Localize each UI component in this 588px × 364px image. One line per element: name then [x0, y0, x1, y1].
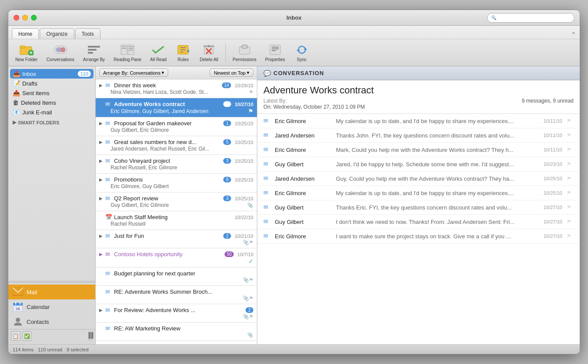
message-sender: Guy Gilbert	[275, 204, 332, 211]
email-item[interactable]: ✉ Budget planning for next quarter 📎 ⚑	[96, 268, 257, 286]
email-subject: For Review: Adventure Works ...	[114, 307, 244, 313]
sidebar-bottom: Mail 16 Calendar	[8, 282, 95, 344]
message-preview: Guy, Could you help me with the Adventur…	[336, 175, 527, 182]
email-item[interactable]: ▶ ✉ Just for Fun 2 10/21/10 📎 ⚑	[96, 230, 257, 248]
sidebar-item-drafts[interactable]: 📝 Drafts	[8, 79, 95, 88]
resize-handle[interactable]: |||	[88, 331, 93, 341]
email-date: 10/25/10	[235, 158, 253, 164]
all-read-button[interactable]: All Read	[146, 42, 170, 63]
email-subject: Adventure Works contract	[114, 101, 221, 107]
sidebar-item-deleted[interactable]: 🗑 Deleted Items	[8, 98, 95, 107]
properties-button[interactable]: Properties	[262, 42, 289, 63]
conversations-button[interactable]: Conversations	[43, 42, 78, 63]
svg-rect-30	[272, 50, 276, 51]
notes-icon[interactable]: 📋	[11, 331, 21, 341]
message-preview: Jared, I'd be happy to help. Schedule so…	[336, 161, 527, 168]
email-from: Guy Gilbert, Eric Gilmore	[111, 127, 253, 133]
sidebar-item-inbox[interactable]: 📥 Inbox 110	[10, 69, 93, 79]
svg-rect-27	[270, 45, 280, 55]
message-preview: Thanks Eric. FYI, the key questions conc…	[336, 204, 527, 211]
rules-button[interactable]: Rules	[172, 42, 194, 63]
sync-button[interactable]: Sync	[291, 42, 313, 63]
delete-all-button[interactable]: Delete All	[196, 42, 221, 63]
email-item[interactable]: ▶ ✉ Promotions 8 10/25/10 Eric Gilmore, …	[96, 174, 257, 192]
email-item[interactable]: ▶ ✉ Dinner this week 14 10/29/10 Nina Vi…	[96, 79, 257, 98]
svg-rect-29	[272, 48, 279, 49]
avatar-icon: ✉	[263, 161, 270, 168]
all-read-icon	[150, 43, 166, 56]
arrange-by-button[interactable]: Arrange By	[80, 42, 108, 63]
email-icon: ✉	[105, 195, 112, 202]
email-date: 10/25/10	[235, 196, 253, 201]
email-icon: ✉	[105, 139, 112, 145]
email-icon: ✉	[105, 270, 112, 277]
sidebar-item-junk[interactable]: 📧 Junk E-mail	[8, 107, 95, 117]
nav-item-calendar[interactable]: 16 Calendar	[8, 299, 95, 314]
email-icon: ✉	[105, 307, 112, 313]
email-item[interactable]: ✉ RE: AW Marketing Review 📎	[96, 323, 257, 341]
sort-dropdown-icon: ▾	[247, 70, 249, 76]
expand-icon: ▶	[99, 158, 104, 163]
message-row[interactable]: ✉ Jared Andersen Guy, Could you help me …	[257, 172, 580, 186]
attach-icon: 📎	[243, 277, 249, 283]
email-item[interactable]: ✉ RE: Adventure Works Summer Broch... 📎 …	[96, 286, 257, 304]
expand-icon: ▶	[99, 308, 104, 312]
flag-icon: ⚑	[567, 161, 574, 167]
email-item[interactable]: ▶ ✉ Q2 Report review 3 10/25/10 Guy Gilb…	[96, 192, 257, 211]
email-item-selected[interactable]: ✉ Adventure Works contract 9 10/27/10 Er…	[96, 98, 257, 117]
message-row[interactable]: ✉ Guy Gilbert I don't think we need to n…	[257, 215, 580, 229]
svg-rect-8	[88, 46, 100, 48]
calendar-label: Calendar	[27, 304, 50, 310]
items-count: 114 items	[13, 347, 34, 352]
email-subject: Just for Fun	[114, 233, 221, 239]
maximize-button[interactable]	[31, 15, 37, 21]
email-item[interactable]: ▶ ✉ For Review: Adventure Works ... 2 📎 …	[96, 304, 257, 323]
message-row[interactable]: ✉ Guy Gilbert Jared, I'd be happy to hel…	[257, 157, 580, 172]
message-row[interactable]: ✉ Eric Gilmore My calendar is up to date…	[257, 114, 580, 128]
nav-item-mail[interactable]: Mail	[8, 285, 95, 299]
message-row[interactable]: ✉ Guy Gilbert Thanks Eric. FYI, the key …	[257, 200, 580, 215]
email-item[interactable]: ✉ RE: Adventure Works staffing review 📎 …	[96, 341, 257, 344]
sidebar-item-sent[interactable]: 📤 Sent Items	[8, 88, 95, 98]
svg-text:+: +	[29, 50, 32, 55]
search-box[interactable]	[487, 13, 574, 23]
email-item[interactable]: ▶ ✉ Proposal for Garden makeover 1 10/25…	[96, 117, 257, 136]
inbox-icon: 📥	[13, 70, 20, 77]
message-row[interactable]: ✉ Jared Andersen Thanks John. FYI, the k…	[257, 128, 580, 143]
tab-tools[interactable]: Tools	[75, 28, 100, 39]
nav-item-contacts[interactable]: Contacts	[8, 314, 95, 329]
sort-button[interactable]: Newest on Top ▾	[210, 69, 253, 77]
email-icon: ✉	[105, 158, 112, 164]
email-item[interactable]: ▶ ✉ Contoso Hotels opportunity 50 10/7/1…	[96, 248, 257, 268]
message-row[interactable]: ✉ Eric Gilmore Mark, Could you help me w…	[257, 143, 580, 157]
email-date: 10/25/10	[235, 140, 253, 145]
flag-icon: ⚑	[567, 204, 574, 210]
minimize-button[interactable]	[22, 15, 28, 21]
tasks-icon[interactable]: ✅	[22, 331, 32, 341]
title-bar-right	[487, 13, 574, 23]
expand-icon: ▶	[99, 234, 104, 238]
message-row[interactable]: ✉ Eric Gilmore My calendar is up to date…	[257, 186, 580, 200]
permissions-button[interactable]: Permissions	[229, 42, 260, 63]
permissions-label: Permissions	[233, 57, 256, 62]
attach-icon: 📎	[247, 203, 253, 208]
message-row[interactable]: ✉ Eric Gilmore I want to make sure the p…	[257, 229, 580, 244]
svg-rect-14	[122, 48, 126, 49]
avatar-icon: ✉	[263, 175, 270, 182]
contacts-label: Contacts	[27, 319, 49, 325]
close-button[interactable]	[14, 15, 19, 21]
tab-home[interactable]: Home	[12, 28, 39, 39]
email-badge: 2	[223, 233, 231, 239]
toolbar-collapse[interactable]: ⌃	[571, 31, 576, 39]
reading-pane-button[interactable]: Reading Pane	[110, 42, 145, 63]
message-date: 10/11/10	[532, 147, 562, 152]
smart-folders-expand[interactable]: ▶	[13, 120, 16, 125]
email-item[interactable]: ▶ ✉ Coho Vineyard project 3 10/25/10 Rac…	[96, 155, 257, 174]
message-sender: Guy Gilbert	[275, 219, 332, 225]
message-date: 10/11/10	[532, 133, 562, 138]
arrange-by-button[interactable]: Arrange By: Conversations ▾	[99, 69, 168, 77]
email-item[interactable]: ▶ ✉ Great sales numbers for new d... 5 1…	[96, 136, 257, 155]
new-folder-button[interactable]: + New Folder	[12, 42, 41, 63]
email-item[interactable]: 📅 Launch Staff Meeting 10/22/10 Rachel R…	[96, 211, 257, 230]
tab-organize[interactable]: Organize	[40, 28, 74, 39]
